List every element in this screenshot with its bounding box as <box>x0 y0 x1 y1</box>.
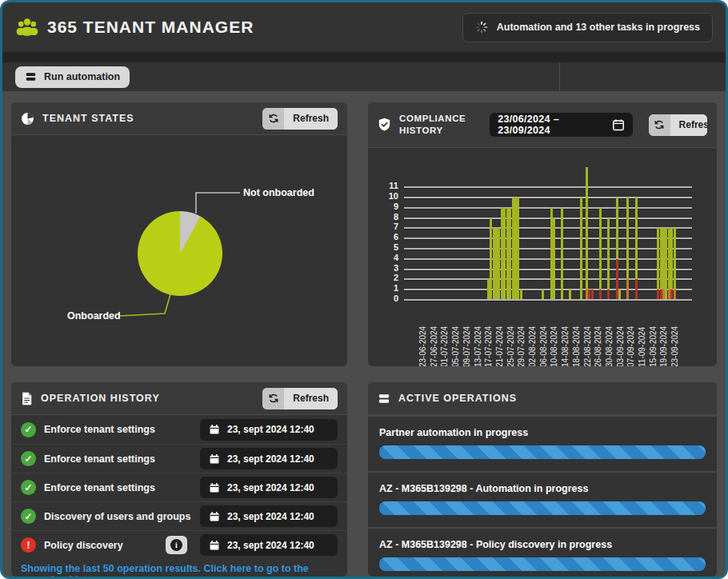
refresh-label: Refresh <box>284 108 338 130</box>
operation-row[interactable]: ✓Enforce tenant settings23, sept 2024 12… <box>11 473 347 501</box>
active-operation-item: AZ - M365B139298 - Automation in progres… <box>368 471 717 527</box>
compliance-history-title: COMPLIANCE HISTORY <box>399 113 466 137</box>
tasks-in-progress-button[interactable]: Automation and 13 other tasks in progres… <box>462 13 713 42</box>
x-axis-tick: 23-06-2024 <box>418 326 427 366</box>
automation-list-icon <box>25 71 37 82</box>
operation-label: Enforce tenant settings <box>44 424 192 435</box>
operation-label: Policy discovery <box>44 540 158 551</box>
gridline <box>404 227 692 229</box>
bar-segment[interactable] <box>607 290 610 299</box>
progress-bar <box>379 445 706 459</box>
operation-label: Enforce tenant settings <box>44 453 192 465</box>
bar-segment[interactable] <box>618 290 621 299</box>
compliance-bar-chart[interactable]: 0123456789101123-06-202427-06-202401-07-… <box>368 148 717 366</box>
bar-segment[interactable] <box>626 198 629 279</box>
pie-callout-lines <box>11 135 347 366</box>
list-icon <box>378 393 390 405</box>
toolbar-right-section <box>560 62 726 91</box>
refresh-label: Refresh <box>284 388 338 409</box>
x-axis-tick: 21-07-2024 <box>495 326 504 366</box>
operation-row[interactable]: ✓Enforce tenant settings23, sept 2024 12… <box>11 444 347 473</box>
bar-segment[interactable] <box>616 198 618 258</box>
operation-history-footer-link[interactable]: Showing the last 50 operation results. C… <box>11 559 347 577</box>
success-check-icon: ✓ <box>21 451 36 466</box>
y-axis-tick: 9 <box>374 202 398 211</box>
x-axis-tick: 07-09-2024 <box>626 326 635 366</box>
bar-segment[interactable] <box>569 290 571 299</box>
active-operation-label: AZ - M365B139298 - Policy discovery in p… <box>379 539 706 550</box>
app-header: 365 TENANT MANAGER Automation and 13 oth… <box>2 2 726 52</box>
x-axis-tick: 11-09-2024 <box>638 327 646 366</box>
spinner-icon <box>475 21 488 34</box>
operation-history-list: ✓Enforce tenant settings23, sept 2024 12… <box>11 415 347 559</box>
calendar-icon <box>209 540 220 551</box>
gridline <box>404 218 692 219</box>
y-axis-tick: 2 <box>374 273 398 282</box>
bar-segment[interactable] <box>674 290 676 299</box>
active-operations-title: ACTIVE OPERATIONS <box>398 393 517 404</box>
y-axis-tick: 8 <box>374 212 398 222</box>
operation-history-panel: OPERATION HISTORY Refresh ✓Enforce tenan… <box>11 382 347 577</box>
operation-date-text: 23, sept 2024 12:40 <box>227 453 314 465</box>
operation-row[interactable]: ✓Enforce tenant settings23, sept 2024 12… <box>11 415 347 444</box>
bar-segment[interactable] <box>517 198 519 299</box>
bar-segment[interactable] <box>591 290 594 299</box>
x-axis-tick: 26-08-2024 <box>594 326 602 366</box>
gridline <box>404 238 692 239</box>
operation-date-text: 23, sept 2024 12:40 <box>227 424 314 435</box>
compliance-history-header: COMPLIANCE HISTORY 23/06/2024 – 23/09/20… <box>368 102 717 148</box>
refresh-label: Refresh <box>670 114 707 136</box>
gridline <box>404 289 692 290</box>
success-check-icon: ✓ <box>21 509 36 524</box>
gridline <box>404 258 692 260</box>
x-axis-tick: 15-09-2024 <box>649 326 658 366</box>
compliance-refresh-button[interactable]: Refresh <box>649 114 707 136</box>
operation-row[interactable]: !Policy discoveryi23, sept 2024 12:40 <box>11 530 347 559</box>
bar-segment[interactable] <box>626 279 629 299</box>
run-automation-button[interactable]: Run automation <box>15 66 130 88</box>
bar-segment[interactable] <box>580 198 582 299</box>
date-range-input[interactable]: 23/06/2024 – 23/09/2024 <box>490 113 632 137</box>
bar-segment[interactable] <box>635 279 638 299</box>
success-check-icon: ✓ <box>21 480 36 495</box>
app-title: 365 TENANT MANAGER <box>47 18 254 37</box>
x-axis-tick: 22-08-2024 <box>583 326 592 366</box>
tenant-states-refresh-button[interactable]: Refresh <box>262 108 338 130</box>
run-automation-label: Run automation <box>44 71 120 82</box>
operation-history-refresh-button[interactable]: Refresh <box>262 388 338 409</box>
bar-segment[interactable] <box>520 290 522 299</box>
y-axis-tick: 10 <box>374 191 398 201</box>
bar-segment[interactable] <box>635 198 638 279</box>
x-axis-tick: 10-08-2024 <box>550 326 558 366</box>
pie-chart-icon <box>21 112 34 126</box>
bar-segment[interactable] <box>607 218 610 290</box>
info-icon: i <box>170 539 182 551</box>
bar-segment[interactable] <box>599 208 602 290</box>
bar-segment[interactable] <box>553 218 555 300</box>
operation-row[interactable]: ✓Discovery of users and groups23, sept 2… <box>11 501 347 530</box>
info-button[interactable]: i <box>166 536 187 554</box>
bar-segment[interactable] <box>674 228 676 289</box>
bar-segment[interactable] <box>586 167 588 290</box>
operation-date: 23, sept 2024 12:40 <box>200 419 338 441</box>
bar-segment[interactable] <box>542 290 544 299</box>
active-operation-item: AZ - M365B139298 - Policy discovery in p… <box>368 527 717 577</box>
x-axis-tick: 17-07-2024 <box>484 326 493 366</box>
operation-date: 23, sept 2024 12:40 <box>200 534 338 556</box>
x-axis-tick: 06-08-2024 <box>539 326 548 366</box>
y-axis-tick: 5 <box>374 242 398 252</box>
x-axis-tick: 13-07-2024 <box>474 326 482 366</box>
pie-label-onboarded: Onboarded <box>67 310 121 321</box>
calendar-icon <box>209 453 220 465</box>
gridline <box>404 197 692 198</box>
bar-segment[interactable] <box>561 208 563 300</box>
bar-segment[interactable] <box>599 290 602 299</box>
gridline <box>404 207 692 209</box>
x-axis-tick: 30-08-2024 <box>605 326 614 366</box>
active-operations-header: ACTIVE OPERATIONS <box>368 382 717 415</box>
gridline <box>404 248 692 250</box>
dashboard-content: TENANT STATES Refresh <box>2 91 726 577</box>
operation-date: 23, sept 2024 12:40 <box>200 505 338 527</box>
calendar-icon <box>209 511 220 522</box>
y-axis-tick: 1 <box>374 283 398 293</box>
